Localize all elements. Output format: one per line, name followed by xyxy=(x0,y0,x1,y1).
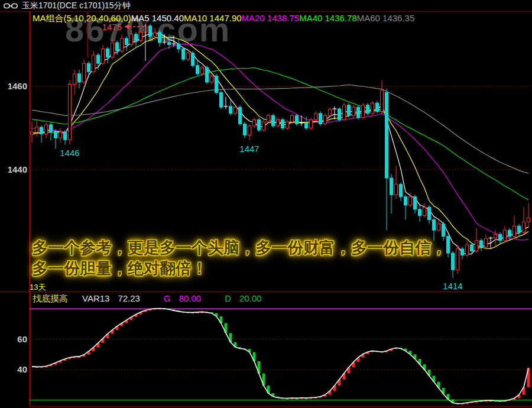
candle-body xyxy=(357,107,360,118)
candle-body xyxy=(281,119,284,128)
period-label: 13天 xyxy=(30,282,46,293)
candle-body xyxy=(390,178,393,195)
candle-body xyxy=(258,119,261,130)
link-icon xyxy=(4,2,18,9)
candle-body xyxy=(409,197,412,205)
candle-body xyxy=(78,74,81,82)
candle-body xyxy=(234,107,237,114)
candle-body xyxy=(220,93,223,108)
candle-body xyxy=(187,53,190,60)
candle-body xyxy=(310,119,313,128)
trading-app-window: 玉米1701(DCE c1701)15分钟 8670.com MA组合(5,10… xyxy=(0,0,532,408)
candle-body xyxy=(111,43,114,57)
indicator-curve xyxy=(32,309,528,404)
candle-body xyxy=(395,184,398,195)
candle-body xyxy=(362,105,365,118)
candle-body xyxy=(508,230,511,237)
chart-canvas[interactable] xyxy=(0,0,532,408)
candle-body xyxy=(267,115,270,122)
ma20-line xyxy=(32,44,528,240)
candle-body xyxy=(83,63,86,82)
candle-body xyxy=(352,107,355,115)
candle-body xyxy=(456,249,459,270)
indicator-header: 找底摸高VAR1372.23G80.00D20.00 xyxy=(33,293,262,305)
candle-body xyxy=(262,122,265,130)
ma5-readout: MA5 1450.40 xyxy=(131,13,184,23)
candle-body xyxy=(125,38,128,45)
ma10-line xyxy=(32,37,528,248)
indicator-g-label: G xyxy=(164,293,171,303)
ma60-line xyxy=(32,85,528,174)
indicator-var-value: 72.23 xyxy=(118,293,140,303)
candle-body xyxy=(419,209,421,216)
candle-body xyxy=(494,234,497,238)
candle-body xyxy=(196,66,199,74)
candle-body xyxy=(437,224,440,231)
candle-body xyxy=(518,226,521,232)
candle-body xyxy=(291,115,294,122)
candle-body xyxy=(253,119,256,126)
promo-overlay-text: 多一个参考，更是多一个头脑，多一份财富，多一份自信， 多一份胆量，绝对翻倍！ xyxy=(32,238,447,279)
candle-body xyxy=(116,43,119,51)
candle-body xyxy=(192,53,194,66)
candle-body xyxy=(466,245,469,255)
candle-body xyxy=(428,207,431,219)
candle-body xyxy=(485,238,488,247)
candle-body xyxy=(513,226,516,237)
candle-body xyxy=(447,237,450,253)
indicator-g-value: 80.00 xyxy=(179,293,202,303)
ma20-readout: MA20 1438.75 xyxy=(242,13,300,23)
indicator-name: 找底摸高 xyxy=(33,293,68,303)
window-title: 玉米1701(DCE c1701)15分钟 xyxy=(22,1,131,11)
candle-body xyxy=(59,132,62,138)
candle-body xyxy=(64,132,67,140)
ma60-readout: MA60 1436.35 xyxy=(357,13,415,23)
high-pointer-arrow xyxy=(124,24,129,29)
candle-body xyxy=(177,44,180,48)
candle-body xyxy=(404,197,407,205)
ma5-line xyxy=(32,34,528,255)
candle-body xyxy=(452,253,455,270)
candle-body xyxy=(140,32,142,40)
candle-body xyxy=(499,234,502,241)
candle-body xyxy=(106,49,109,57)
ma40-readout: MA40 1436.78 xyxy=(299,13,357,23)
candle-body xyxy=(296,115,299,124)
candle-body xyxy=(92,55,95,72)
candle-body xyxy=(229,106,232,114)
candle-body xyxy=(314,114,317,120)
ma-group-label: MA组合(5,10,20,40,60,0) xyxy=(33,13,131,23)
ma10-readout: MA10 1447.90 xyxy=(184,13,242,23)
promo-line-2: 多一份胆量，绝对翻倍！ xyxy=(32,258,447,279)
candle-body xyxy=(244,124,246,135)
candle-body xyxy=(480,241,483,247)
ma-indicator-bar: MA组合(5,10,20,40,60,0)MA5 1450.40MA10 144… xyxy=(33,13,414,22)
candle-body xyxy=(130,34,133,45)
candle-body xyxy=(210,76,213,82)
candle-body xyxy=(35,127,38,132)
candle-body xyxy=(371,103,374,114)
promo-line-1: 多一个参考，更是多一个头脑，多一份财富，多一份自信， xyxy=(32,238,447,258)
candle-body xyxy=(69,84,72,140)
candle-body xyxy=(73,74,76,85)
indicator-bars[interactable] xyxy=(35,308,530,404)
candle-body xyxy=(366,105,369,114)
candle-body xyxy=(272,115,275,126)
candle-body xyxy=(45,125,48,134)
candle-body xyxy=(442,224,445,237)
indicator-var-label: VAR13 xyxy=(82,293,109,303)
candle-body xyxy=(182,49,185,60)
candle-body xyxy=(215,76,218,92)
candle-body xyxy=(475,241,478,251)
candle-body xyxy=(433,220,436,231)
candle-body xyxy=(319,114,322,124)
ma-lines xyxy=(32,34,528,255)
candle-body xyxy=(381,90,384,111)
candle-body xyxy=(400,184,403,197)
candle-body xyxy=(239,107,242,124)
title-bar: 玉米1701(DCE c1701)15分钟 xyxy=(0,0,532,11)
candle-body xyxy=(31,132,34,135)
candle-body xyxy=(523,222,525,232)
candle-body xyxy=(527,218,530,222)
candle-body xyxy=(40,127,43,134)
